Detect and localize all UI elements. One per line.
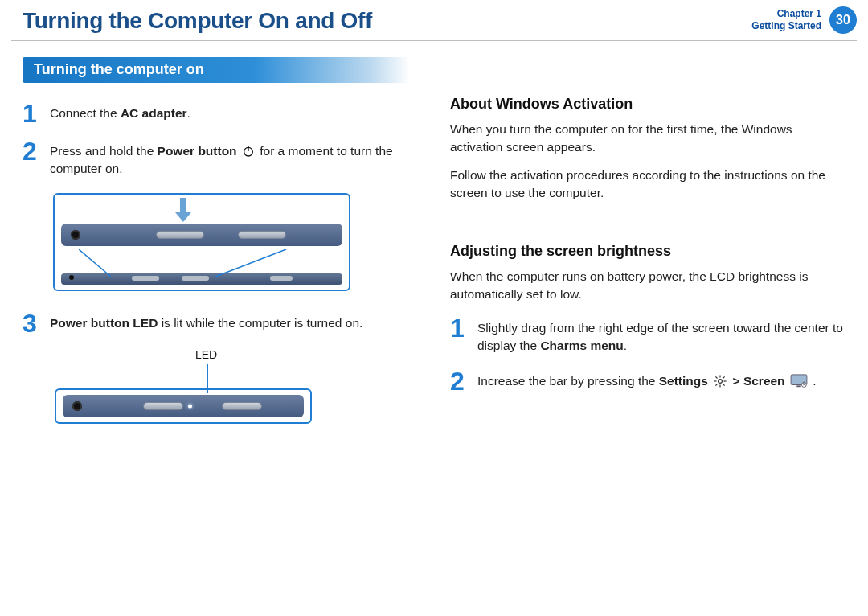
chapter-label: Chapter 1 Getting Started <box>751 8 821 32</box>
arrow-down-icon <box>172 198 194 228</box>
text: . <box>813 374 816 388</box>
text: > <box>733 374 743 388</box>
header-right: Chapter 1 Getting Started 30 <box>751 6 857 34</box>
text: is lit while the computer is turned on. <box>158 316 362 330</box>
volume-rocker-icon <box>238 231 286 239</box>
left-column: Turning the computer on 1 Connect the AC… <box>23 57 418 427</box>
subheading-activation: About Windows Activation <box>450 96 845 113</box>
step-text: Increase the bar by pressing the Setting… <box>477 370 817 390</box>
svg-rect-16 <box>796 385 800 387</box>
device-power-figure <box>53 193 418 294</box>
step-text: Press and hold the Power button for a mo… <box>50 140 418 179</box>
figure-frame <box>55 388 312 424</box>
device-side-closeup <box>63 395 304 417</box>
text: Increase the bar by pressing the <box>477 374 659 388</box>
page-number-badge: 30 <box>829 6 857 34</box>
bold-text: Settings <box>659 374 708 388</box>
content-area: Turning the computer on 1 Connect the AC… <box>0 41 868 427</box>
settings-gear-icon <box>713 374 727 388</box>
callout-lines-icon <box>79 249 288 278</box>
right-column: About Windows Activation When you turn t… <box>450 57 845 427</box>
volume-rocker-icon <box>222 402 262 410</box>
text: Press and hold the <box>50 144 158 158</box>
svg-line-11 <box>716 376 718 378</box>
svg-line-5 <box>215 249 286 277</box>
step-number: 1 <box>23 102 39 125</box>
step-text: Power button LED is lit while the comput… <box>50 312 362 332</box>
text: Slightly drag from the right edge of the… <box>477 321 843 352</box>
step-text: Slightly drag from the right edge of the… <box>477 317 845 355</box>
chapter-line-1: Chapter 1 <box>751 8 821 20</box>
led-label: LED <box>195 348 217 361</box>
subheading-brightness: Adjusting the screen brightness <box>450 243 845 260</box>
audio-jack-icon <box>69 275 74 280</box>
device-side-closeup <box>61 224 342 246</box>
text: Connect the <box>50 106 121 120</box>
page-title: Turning the Computer On and Off <box>23 8 372 34</box>
paragraph: When the computer runs on battery power,… <box>450 268 845 304</box>
audio-jack-icon <box>72 401 82 411</box>
chapter-line-2: Getting Started <box>751 20 821 32</box>
text: . <box>624 339 627 352</box>
bold-text: Power button LED <box>50 316 158 330</box>
svg-rect-18 <box>803 383 805 384</box>
callout-line-icon <box>207 364 208 393</box>
figure-frame <box>53 193 350 291</box>
bold-text: Power button <box>158 144 237 158</box>
bold-text: Screen <box>743 374 785 388</box>
power-button-icon <box>156 231 204 239</box>
paragraph: Follow the activation procedures accordi… <box>450 166 845 203</box>
led-indicator-icon <box>188 404 192 408</box>
power-icon <box>242 145 255 158</box>
screen-monitor-icon <box>790 374 808 388</box>
step-number: 3 <box>23 312 39 335</box>
svg-point-6 <box>719 379 723 383</box>
page-header: Turning the Computer On and Off Chapter … <box>0 0 868 34</box>
bold-text: AC adapter <box>121 106 187 120</box>
audio-jack-icon <box>71 230 80 240</box>
paragraph: When you turn the computer on for the fi… <box>450 121 845 157</box>
step-3: 3 Power button LED is lit while the comp… <box>23 312 418 335</box>
step-1: 1 Connect the AC adapter. <box>23 102 418 125</box>
svg-line-12 <box>723 384 725 385</box>
power-button-icon <box>143 402 183 410</box>
device-led-figure: LED <box>55 351 418 427</box>
step-2: 2 Press and hold the Power button for a … <box>23 140 418 179</box>
section-heading: Turning the computer on <box>23 57 410 83</box>
svg-line-14 <box>723 376 725 378</box>
svg-line-4 <box>79 249 111 277</box>
bold-text: Charms menu <box>540 339 623 352</box>
text: . <box>187 106 190 120</box>
brightness-step-2: 2 Increase the bar by pressing the Setti… <box>450 370 845 393</box>
svg-marker-3 <box>175 212 191 222</box>
step-text: Connect the AC adapter. <box>50 102 190 122</box>
svg-rect-2 <box>180 198 186 212</box>
step-number: 2 <box>450 370 466 393</box>
step-number: 1 <box>450 317 466 340</box>
svg-line-13 <box>716 384 718 385</box>
step-number: 2 <box>23 140 39 163</box>
brightness-step-1: 1 Slightly drag from the right edge of t… <box>450 317 845 355</box>
